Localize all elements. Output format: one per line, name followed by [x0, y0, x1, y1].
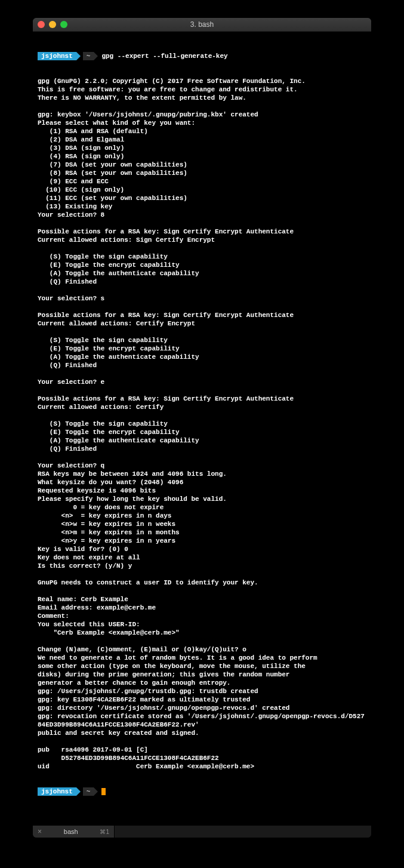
prompt-path: ~: [83, 52, 94, 60]
tab-shortcut: ⌘1: [100, 829, 109, 835]
prompt-path-arrow-icon: [94, 787, 98, 796]
zoom-icon[interactable]: [60, 21, 67, 28]
tab-close-icon[interactable]: ×: [38, 827, 42, 836]
tab-label: bash: [50, 828, 91, 835]
prompt-user: jsjohnst: [38, 787, 76, 796]
cursor: [101, 788, 106, 795]
prompt-line-2: jsjohnst ~: [38, 787, 366, 796]
prompt-user: jsjohnst: [38, 52, 76, 60]
prompt-line: jsjohnst ~ gpg --expert --full-generate-…: [38, 52, 366, 60]
traffic-lights: [38, 21, 67, 28]
close-icon[interactable]: [38, 21, 45, 28]
prompt-path-arrow-icon: [94, 52, 98, 60]
terminal-window: 3. bash jsjohnst ~ gpg --expert --full-g…: [33, 18, 371, 838]
prompt-arrow-icon: [76, 52, 81, 60]
prompt-arrow-icon: [76, 787, 81, 796]
terminal-content[interactable]: jsjohnst ~ gpg --expert --full-generate-…: [33, 32, 371, 826]
command-text: gpg --expert --full-generate-key: [101, 52, 227, 60]
terminal-output: gpg (GnuPG) 2.2.0; Copyright (C) 2017 Fr…: [38, 77, 366, 771]
minimize-icon[interactable]: [49, 21, 56, 28]
titlebar[interactable]: 3. bash: [33, 18, 371, 32]
prompt-path: ~: [83, 787, 94, 796]
window-title: 3. bash: [33, 20, 371, 29]
tab-bash[interactable]: × bash ⌘1: [33, 826, 115, 838]
tab-bar: × bash ⌘1: [33, 826, 371, 838]
